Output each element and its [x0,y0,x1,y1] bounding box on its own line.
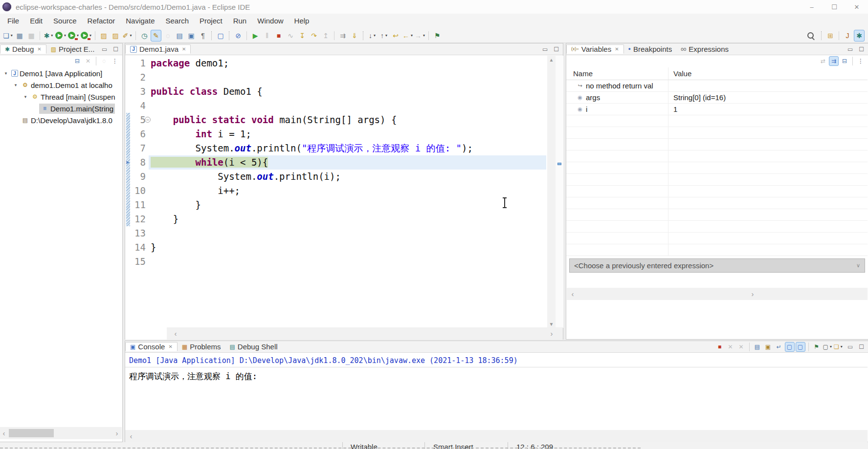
variable-row[interactable]: ◉i1 [566,104,868,115]
previous-annotation-icon[interactable]: ↑▾ [378,30,389,42]
code-line-3[interactable]: 3public class Demo1 { [125,85,546,99]
menu-project[interactable]: Project [194,14,228,28]
step-return-icon[interactable]: ↥ [320,30,331,42]
minimize-view-icon[interactable]: ▭ [542,46,548,53]
scroll-down-icon[interactable]: ▼ [547,320,556,328]
chevron-down-icon[interactable]: ∨ [856,262,860,269]
code-line-7[interactable]: 7 System.out.println("程序调试演示，注意观察 i 的值: … [125,141,546,155]
run-coverage-icon[interactable]: ▶▾ [67,30,79,42]
code-line-13[interactable]: 13 [125,226,546,240]
remove-launch-icon[interactable]: ✕ [726,342,735,352]
tree-item[interactable]: ▾⚙Thread [main] (Suspen [0,91,122,103]
disconnect-icon[interactable]: ∿ [285,30,296,42]
code-line-6[interactable]: 6 int i = 1; [125,127,546,141]
variable-row[interactable]: ↪no method return val [566,80,868,92]
tree-item[interactable]: ▾⚙demo1.Demo1 at localho [0,79,122,91]
last-edit-location-icon[interactable]: ↩ [390,30,401,42]
fold-collapse-icon[interactable]: − [145,117,151,123]
profile-icon[interactable]: ▶▾ [80,30,92,42]
open-perspective-icon[interactable]: ⊞ [825,30,836,42]
scroll-up-icon[interactable]: ▲ [547,56,556,64]
back-icon[interactable]: ←▾ [402,30,413,42]
menu-refactor[interactable]: Refactor [82,14,121,28]
step-into-icon[interactable]: ↧ [297,30,308,42]
show-outline-icon[interactable]: ▣ [186,30,197,42]
remove-all-terminated-icon[interactable]: ✕ [736,342,746,352]
step-over-icon[interactable]: ↷ [309,30,319,42]
tab-project-e[interactable]: ▨Project E... [46,45,99,53]
terminate-icon[interactable]: ■ [273,30,284,42]
use-step-filters-icon[interactable]: ⇉ [337,30,348,42]
maximize-view-icon[interactable]: ☐ [554,46,559,53]
open-run-config-icon[interactable]: ▨ [98,30,109,42]
code-line-10[interactable]: 10 i++; [125,184,546,198]
scroll-lock-icon[interactable]: ▣ [763,342,773,352]
scroll-right-icon[interactable]: › [113,427,121,439]
close-tab-icon[interactable]: ✕ [168,344,172,349]
team-sync-icon[interactable]: ◌ [162,30,173,42]
current-line-marker[interactable] [557,163,561,165]
value-column-header[interactable]: Value [668,69,868,78]
maximize-view-icon[interactable]: ☐ [113,46,118,53]
scroll-left-icon[interactable]: ‹ [569,288,577,300]
tree-item[interactable]: ▤D:\Develop\Java\jdk1.8.0 [0,114,122,126]
code-area[interactable]: 1package demo1;23public class Demo1 {45 … [125,56,546,269]
java-perspective-icon[interactable]: J [842,30,853,42]
scroll-right-icon[interactable]: › [548,327,556,340]
variable-row[interactable]: ◉argsString[0] (id=16) [566,92,868,104]
expand-arrow-icon[interactable]: ▾ [22,94,29,99]
next-annotation-icon[interactable]: ↓▾ [367,30,378,42]
code-line-15[interactable]: 15 [125,255,546,269]
variables-hscrollbar[interactable]: ‹ › [567,288,868,300]
tab-breakpoints[interactable]: ●Breakpoints [624,45,677,53]
search-icon[interactable] [806,31,815,40]
forward-icon[interactable]: →▾ [414,30,425,42]
suspend-icon[interactable]: ‖ [262,30,272,42]
code-line-11[interactable]: 11 } [125,198,546,212]
overview-ruler[interactable] [556,56,563,328]
save-icon[interactable]: ▦ [14,30,25,42]
code-line-5[interactable]: 5 public static void main(String[] args)… [125,113,546,127]
minimize-view-icon[interactable]: ▭ [847,343,853,350]
tab-debug[interactable]: ✱Debug✕ [0,44,46,54]
minimize-view-icon[interactable]: ▭ [102,46,107,53]
debug-perspective-icon[interactable]: ✱ [854,30,865,42]
tab-problems[interactable]: ▦Problems [178,342,225,351]
pin-editor-icon[interactable]: ⚑ [432,30,443,42]
new-wizard-icon[interactable]: ❏▾ [2,30,13,42]
terminate-icon[interactable]: ■ [715,342,725,352]
console-output[interactable]: Demo1 [Java Application] D:\Develop\Java… [125,353,868,429]
open-console-icon[interactable]: ▢ [215,30,226,42]
close-tab-icon[interactable]: ✕ [615,46,619,52]
menu-run[interactable]: Run [228,14,252,28]
run-icon[interactable]: ▶▾ [55,30,67,42]
code-line-8[interactable]: 8 while(i < 5){ [125,155,546,170]
menu-edit[interactable]: Edit [24,14,48,28]
menu-window[interactable]: Window [252,14,289,28]
minimize-view-icon[interactable]: ▭ [847,46,853,53]
show-logical-structures-icon[interactable]: ⇉ [829,56,839,66]
tree-item[interactable]: ▾JDemo1 [Java Application] [0,67,122,79]
code-line-9[interactable]: 9 System.out.println(i); [125,170,546,184]
remove-all-terminated-icon[interactable]: ✕ [83,56,93,66]
scroll-left-icon[interactable]: ‹ [127,430,135,442]
code-wand-icon[interactable]: ✐▾ [122,30,133,42]
maximize-view-icon[interactable]: ☐ [859,343,864,350]
minimize-window-button[interactable]: – [801,0,823,14]
maximize-window-button[interactable]: ☐ [823,0,846,14]
collapse-all-icon[interactable]: ⊟ [72,56,82,66]
view-settings-icon[interactable]: ◌ [99,56,109,66]
maximize-view-icon[interactable]: ☐ [859,46,864,53]
close-tab-icon[interactable]: ✕ [37,46,41,52]
show-whitespace-icon[interactable]: ¶ [198,30,208,42]
show-on-stdout-icon[interactable]: ▢ [785,342,795,352]
expression-combo[interactable]: <Choose a previously entered expression>… [569,258,865,273]
show-on-stderr-icon[interactable]: ▢ [796,342,805,352]
debug-icon[interactable]: ✱▾ [43,30,54,42]
editor-hscrollbar[interactable]: ‹ › [125,327,563,340]
drop-to-frame-icon[interactable]: ⇓ [349,30,360,42]
name-column-header[interactable]: Name [566,67,668,80]
tab-variables[interactable]: (x)=Variables✕ [566,44,624,54]
expand-arrow-icon[interactable]: ▾ [12,83,20,87]
view-menu-icon[interactable]: ⋮ [856,56,866,66]
